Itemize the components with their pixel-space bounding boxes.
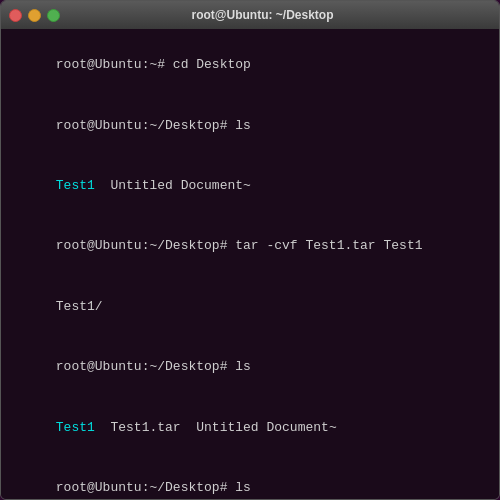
prompt: root@Ubuntu:~/Desktop#: [56, 118, 235, 133]
terminal-line: Test1 Test1.tar Untitled Document~: [9, 398, 491, 458]
terminal-line: root@Ubuntu:~/Desktop# ls: [9, 337, 491, 397]
command: ls: [235, 359, 251, 374]
terminal-line: Test1 Untitled Document~: [9, 156, 491, 216]
output-text: Test1/: [56, 299, 103, 314]
terminal-line: root@Ubuntu:~/Desktop# ls: [9, 95, 491, 155]
terminal-line: root@Ubuntu:~/Desktop# tar -cvf Test1.ta…: [9, 216, 491, 276]
titlebar: root@Ubuntu: ~/Desktop: [1, 1, 499, 29]
prompt: root@Ubuntu:~/Desktop#: [56, 238, 235, 253]
terminal-line: root@Ubuntu:~/Desktop# ls: [9, 458, 491, 499]
output-text: Untitled Document~: [95, 178, 251, 193]
command: tar -cvf Test1.tar Test1: [235, 238, 422, 253]
output-cyan: Test1: [56, 178, 95, 193]
prompt: root@Ubuntu:~/Desktop#: [56, 480, 235, 495]
command: ls: [235, 118, 251, 133]
prompt: root@Ubuntu:~/Desktop#: [56, 359, 235, 374]
output-cyan: Test1: [56, 420, 95, 435]
window-title: root@Ubuntu: ~/Desktop: [66, 8, 459, 22]
terminal-window: root@Ubuntu: ~/Desktop root@Ubuntu:~# cd…: [0, 0, 500, 500]
output-text: Untitled Document~: [181, 420, 337, 435]
output-text: [95, 420, 111, 435]
terminal-body[interactable]: root@Ubuntu:~# cd Desktop root@Ubuntu:~/…: [1, 29, 499, 499]
close-button[interactable]: [9, 9, 22, 22]
terminal-line: root@Ubuntu:~# cd Desktop: [9, 35, 491, 95]
prompt: root@Ubuntu:~#: [56, 57, 173, 72]
minimize-button[interactable]: [28, 9, 41, 22]
maximize-button[interactable]: [47, 9, 60, 22]
command: cd Desktop: [173, 57, 251, 72]
output-text: Test1.tar: [110, 420, 180, 435]
command: ls: [235, 480, 251, 495]
terminal-line: Test1/: [9, 277, 491, 337]
